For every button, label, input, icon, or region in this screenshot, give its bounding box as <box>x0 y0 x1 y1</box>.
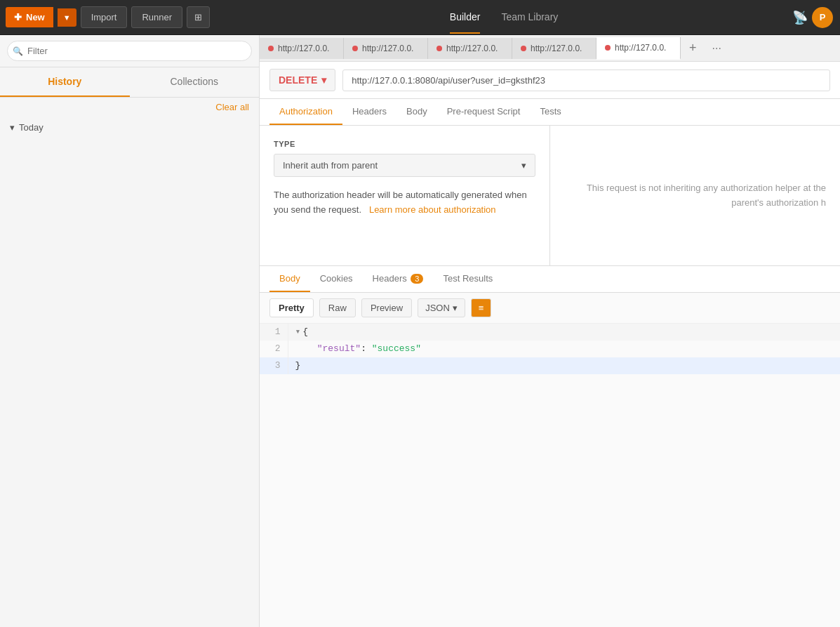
preview-button[interactable]: Preview <box>361 298 412 317</box>
resp-tab-body[interactable]: Body <box>269 266 310 292</box>
tab-url-4: http://127.0.0. <box>531 44 587 53</box>
tab-url-3: http://127.0.0. <box>446 44 503 53</box>
tab-dot-3 <box>436 46 442 51</box>
line-number-1: 1 <box>260 324 288 341</box>
type-select-dropdown[interactable]: Inherit auth from parent ▾ <box>274 154 535 177</box>
tab-builder[interactable]: Builder <box>450 1 481 34</box>
tab-team-library[interactable]: Team Library <box>501 1 558 34</box>
format-label: JSON <box>425 303 450 313</box>
tab-collections[interactable]: Collections <box>130 67 260 97</box>
raw-button[interactable]: Raw <box>319 298 356 317</box>
today-label[interactable]: ▾ Today <box>10 122 249 133</box>
search-wrap: 🔍 <box>7 41 252 61</box>
request-tab-5[interactable]: http://127.0.0. <box>596 37 681 60</box>
more-tabs-button[interactable]: ··· <box>705 42 728 55</box>
search-icon: 🔍 <box>13 46 23 56</box>
sidebar-search-area: 🔍 <box>0 35 259 67</box>
sidebar-clear-area: Clear all <box>0 98 259 117</box>
url-input[interactable] <box>342 70 830 91</box>
req-tab-authorization[interactable]: Authorization <box>269 99 342 125</box>
method-label: DELETE <box>279 74 317 86</box>
new-button[interactable]: ✚ New <box>6 7 53 27</box>
layout: 🔍 History Collections Clear all ▾ Today <box>0 35 840 627</box>
pretty-button[interactable]: Pretty <box>269 298 314 317</box>
filter-input[interactable] <box>7 41 252 61</box>
req-tab-body[interactable]: Body <box>396 99 437 125</box>
nav-center: Builder Team Library <box>215 1 792 34</box>
top-nav: ✚ New ▼ Import Runner ⊞ Builder Team Lib… <box>0 0 840 35</box>
request-bar: DELETE ▾ <box>260 62 840 99</box>
format-dropdown[interactable]: JSON ▾ <box>418 298 465 317</box>
nav-right: 📡 P <box>792 7 840 28</box>
auth-left: TYPE Inherit auth from parent ▾ The auth… <box>260 126 550 265</box>
tab-history[interactable]: History <box>0 67 130 97</box>
method-chevron-icon: ▾ <box>321 74 326 86</box>
code-line-2: 2 "result": "success" <box>260 341 840 357</box>
import-button[interactable]: Import <box>81 6 128 28</box>
sidebar-content: ▾ Today <box>0 117 259 627</box>
tabs-bar: http://127.0.0. http://127.0.0. http://1… <box>260 35 840 62</box>
line-content-3: } <box>288 357 840 374</box>
tab-dot-5 <box>605 45 611 51</box>
line-number-3: 3 <box>260 357 288 374</box>
tab-dot-1 <box>268 46 274 51</box>
code-table: 1 ▾{ 2 "result": "success" 3 } <box>260 324 840 374</box>
resp-tab-testresults[interactable]: Test Results <box>433 266 502 292</box>
sidebar-tabs: History Collections <box>0 67 259 98</box>
tab-url-5: http://127.0.0. <box>615 43 672 53</box>
request-tab-4[interactable]: http://127.0.0. <box>512 38 596 59</box>
learn-more-link[interactable]: Learn more about authorization <box>369 204 496 215</box>
code-line-1: 1 ▾{ <box>260 324 840 341</box>
wrap-button[interactable]: ≡ <box>471 298 492 317</box>
chevron-down-icon: ▾ <box>10 122 15 133</box>
code-body: 1 ▾{ 2 "result": "success" 3 } <box>260 324 840 627</box>
main-content: http://127.0.0. http://127.0.0. http://1… <box>260 35 840 627</box>
new-arrow-button[interactable]: ▼ <box>58 8 76 27</box>
req-tab-prerequest[interactable]: Pre-request Script <box>437 99 531 125</box>
line-content-2: "result": "success" <box>288 341 840 357</box>
satellite-icon: 📡 <box>792 10 808 25</box>
method-dropdown[interactable]: DELETE ▾ <box>269 69 335 91</box>
select-chevron-icon: ▾ <box>521 160 526 171</box>
line-content-1: ▾{ <box>288 324 840 341</box>
today-section: ▾ Today <box>0 117 259 138</box>
request-tab-2[interactable]: http://127.0.0. <box>344 38 428 59</box>
auth-description: The authorization header will be automat… <box>274 188 535 218</box>
format-chevron-icon: ▾ <box>453 303 458 313</box>
response-tabs: Body Cookies Headers 3 Test Results <box>260 266 840 293</box>
tab-dot-2 <box>352 46 358 51</box>
line-number-2: 2 <box>260 341 288 357</box>
tab-url-1: http://127.0.0. <box>278 44 335 53</box>
nav-left: ✚ New ▼ Import Runner ⊞ <box>0 6 215 28</box>
auth-right: This request is not inheriting any autho… <box>550 126 840 265</box>
req-tab-headers[interactable]: Headers <box>342 99 396 125</box>
code-line-3: 3 } <box>260 357 840 374</box>
add-tab-button[interactable]: + <box>681 41 705 55</box>
request-tab-1[interactable]: http://127.0.0. <box>260 38 344 59</box>
request-tab-3[interactable]: http://127.0.0. <box>428 38 512 59</box>
clear-all-button[interactable]: Clear all <box>215 102 249 112</box>
sync-button[interactable]: ⊞ <box>187 6 210 28</box>
resp-tab-headers[interactable]: Headers 3 <box>363 266 434 292</box>
resp-tab-cookies[interactable]: Cookies <box>310 266 363 292</box>
headers-badge: 3 <box>411 274 423 284</box>
tab-url-2: http://127.0.0. <box>362 44 419 53</box>
req-tab-tests[interactable]: Tests <box>530 99 571 125</box>
plus-icon: ✚ <box>14 12 22 22</box>
type-label: TYPE <box>274 140 535 148</box>
response-section: Body Cookies Headers 3 Test Results Pret… <box>260 266 840 627</box>
wrap-icon: ≡ <box>479 303 484 313</box>
response-toolbar: Pretty Raw Preview JSON ▾ ≡ <box>260 293 840 324</box>
sidebar: 🔍 History Collections Clear all ▾ Today <box>0 35 260 627</box>
runner-button[interactable]: Runner <box>131 6 182 28</box>
avatar[interactable]: P <box>812 7 833 28</box>
authorization-panel: TYPE Inherit auth from parent ▾ The auth… <box>260 126 840 266</box>
request-tabs: Authorization Headers Body Pre-request S… <box>260 99 840 126</box>
tab-dot-4 <box>521 46 526 51</box>
